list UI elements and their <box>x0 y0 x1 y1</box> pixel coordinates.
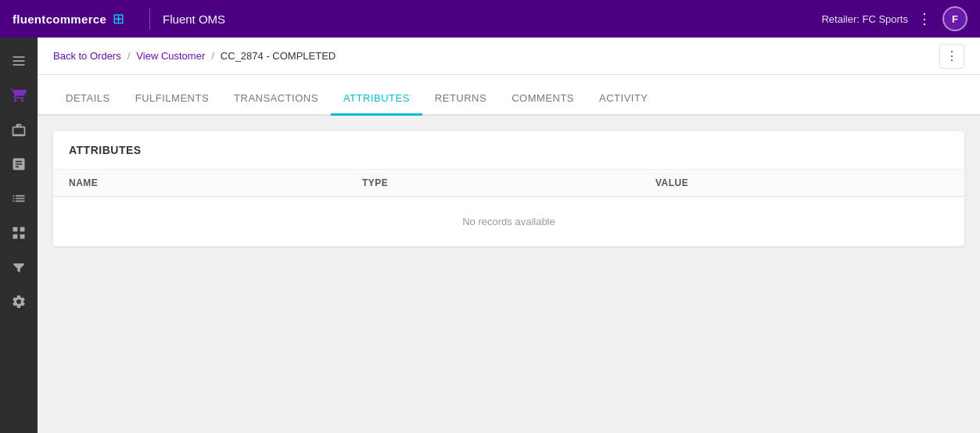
sidebar-item-settings[interactable] <box>0 284 38 319</box>
tab-returns[interactable]: RETURNS <box>422 92 499 116</box>
tabs-bar: DETAILS FULFILMENTS TRANSACTIONS ATTRIBU… <box>38 75 980 116</box>
sidebar <box>0 38 38 433</box>
svg-rect-1 <box>13 60 25 62</box>
tab-details[interactable]: DETAILS <box>53 92 123 116</box>
sidebar-item-menu[interactable] <box>0 44 38 78</box>
sidebar-item-filter[interactable] <box>0 250 38 284</box>
column-name: Name <box>69 177 362 188</box>
table-empty-message: No records available <box>53 197 964 246</box>
top-navigation: fluentcommerce ⊞ Fluent OMS Retailer: FC… <box>0 0 980 38</box>
logo-icon: ⊞ <box>113 10 124 27</box>
view-customer-link[interactable]: View Customer <box>136 50 205 62</box>
user-avatar[interactable]: F <box>942 6 967 31</box>
sidebar-item-grid[interactable] <box>0 216 38 250</box>
breadcrumb-sep-1: / <box>127 50 131 62</box>
breadcrumb-sep-2: / <box>211 50 214 62</box>
nav-divider <box>149 8 150 30</box>
tab-attributes[interactable]: ATTRIBUTES <box>331 92 422 116</box>
app-name: Fluent OMS <box>163 13 225 26</box>
breadcrumb-current: CC_2874 - COMPLETED <box>221 50 336 62</box>
column-value: Value <box>655 177 949 188</box>
tab-transactions[interactable]: TRANSACTIONS <box>221 92 331 116</box>
sidebar-item-reports[interactable] <box>0 147 38 181</box>
back-to-orders-link[interactable]: Back to Orders <box>53 50 121 62</box>
svg-rect-0 <box>13 56 25 58</box>
breadcrumb-bar: Back to Orders / View Customer / CC_2874… <box>38 38 980 75</box>
sidebar-item-products[interactable] <box>0 113 38 147</box>
sidebar-item-list[interactable] <box>0 181 38 216</box>
tab-activity[interactable]: ACTIVITY <box>587 92 661 116</box>
sidebar-item-orders[interactable] <box>0 78 38 113</box>
more-options-button[interactable]: ⋮ <box>939 44 964 69</box>
tab-comments[interactable]: COMMENTS <box>499 92 587 116</box>
content-area: Back to Orders / View Customer / CC_2874… <box>38 38 980 433</box>
svg-rect-2 <box>13 64 25 66</box>
nav-more-icon[interactable]: ⋮ <box>917 10 933 27</box>
attributes-card: ATTRIBUTES Name Type Value No records av… <box>53 131 964 246</box>
logo[interactable]: fluentcommerce ⊞ <box>13 10 124 27</box>
column-type: Type <box>362 177 655 188</box>
table-header: Name Type Value <box>53 170 964 197</box>
attributes-title: ATTRIBUTES <box>53 131 964 170</box>
logo-text: fluentcommerce <box>13 13 106 26</box>
more-options-icon: ⋮ <box>946 48 958 63</box>
page-content: ATTRIBUTES Name Type Value No records av… <box>38 116 980 433</box>
retailer-info: Retailer: FC Sports <box>821 13 908 25</box>
tab-fulfilments[interactable]: FULFILMENTS <box>123 92 221 116</box>
